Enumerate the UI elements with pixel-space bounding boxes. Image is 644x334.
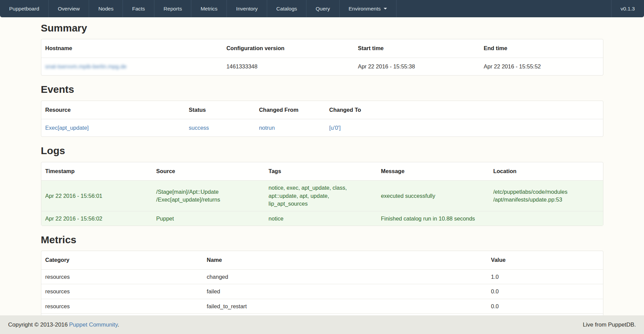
nav-item-inventory[interactable]: Inventory bbox=[227, 0, 267, 17]
copyright-suffix: . bbox=[117, 321, 119, 328]
logs-col-timestamp: Timestamp bbox=[41, 162, 154, 180]
metric-value: 0.0 bbox=[488, 284, 603, 298]
summary-col-endtime: End time bbox=[481, 39, 603, 57]
event-changed-from-link[interactable]: notrun bbox=[259, 125, 275, 131]
events-section: Events Resource Status Changed From Chan… bbox=[41, 84, 603, 137]
metrics-col-category: Category bbox=[41, 251, 204, 269]
event-row: Exec[apt_update] success notrun [u'0'] bbox=[41, 119, 603, 137]
metrics-section: Metrics Category Name Value resources bbox=[41, 234, 603, 320]
metric-name: failed bbox=[204, 284, 488, 298]
logs-col-message: Message bbox=[378, 162, 491, 180]
events-col-changed-from: Changed From bbox=[256, 101, 326, 119]
metric-row: resources failed 0.0 bbox=[41, 284, 603, 298]
puppetboard-report-page: Puppetboard Overview Nodes Facts Reports… bbox=[0, 0, 644, 334]
events-table: Resource Status Changed From Changed To … bbox=[41, 101, 603, 137]
metrics-col-value: Value bbox=[488, 251, 603, 269]
nav-item-catalogs[interactable]: Catalogs bbox=[267, 0, 306, 17]
events-col-status: Status bbox=[186, 101, 256, 119]
nav-item-nodes[interactable]: Nodes bbox=[89, 0, 123, 17]
navbar-brand[interactable]: Puppetboard bbox=[0, 0, 49, 17]
summary-table: Hostname Configuration version Start tim… bbox=[41, 39, 603, 76]
logs-col-location: Location bbox=[491, 162, 603, 180]
metric-category: resources bbox=[41, 299, 204, 313]
metric-value: 0.0 bbox=[488, 299, 603, 313]
configuration-version-value: 1461333348 bbox=[224, 58, 355, 75]
metric-category: resources bbox=[41, 284, 204, 298]
environments-label: Environments bbox=[349, 6, 381, 12]
summary-col-configver: Configuration version bbox=[224, 39, 355, 57]
metric-value: 1.0 bbox=[488, 269, 603, 284]
top-navbar: Puppetboard Overview Nodes Facts Reports… bbox=[0, 0, 644, 17]
metric-category: resources bbox=[41, 269, 204, 284]
event-changed-to-link[interactable]: [u'0'] bbox=[329, 125, 341, 131]
log-message: Finished catalog run in 10.88 seconds bbox=[378, 211, 491, 226]
nav-item-overview[interactable]: Overview bbox=[49, 0, 89, 17]
metric-row: resources changed 1.0 bbox=[41, 269, 603, 284]
metric-name: failed_to_restart bbox=[204, 299, 488, 313]
event-resource-link[interactable]: Exec[apt_update] bbox=[45, 125, 89, 131]
metrics-col-name: Name bbox=[204, 251, 488, 269]
events-title: Events bbox=[41, 84, 603, 95]
events-col-changed-to: Changed To bbox=[326, 101, 603, 119]
summary-row: snat-tservvm.mpib-berlin.mpg.de 14613333… bbox=[41, 58, 603, 75]
event-status-link[interactable]: success bbox=[189, 125, 209, 131]
logs-section: Logs Timestamp Source Tags Message Locat… bbox=[41, 145, 603, 226]
metric-row: resources failed_to_restart 0.0 bbox=[41, 299, 603, 313]
summary-col-hostname: Hostname bbox=[41, 39, 224, 57]
log-tags: notice, exec, apt_update, class, apt::up… bbox=[266, 180, 378, 211]
copyright-text: Copyright © 2013-2016Puppet Community. bbox=[8, 321, 119, 328]
log-location: /etc/puppetlabs/code/modules /apt/manife… bbox=[491, 180, 603, 211]
metrics-title: Metrics bbox=[41, 234, 603, 245]
nav-item-reports[interactable]: Reports bbox=[154, 0, 191, 17]
nav-item-metrics[interactable]: Metrics bbox=[191, 0, 227, 17]
caret-down-icon bbox=[384, 8, 387, 9]
log-timestamp: Apr 22 2016 - 15:56:02 bbox=[41, 211, 154, 226]
copyright-prefix: Copyright © 2013-2016 bbox=[8, 321, 68, 328]
log-row: Apr 22 2016 - 15:56:02 Puppet notice Fin… bbox=[41, 211, 603, 226]
page-footer: Copyright © 2013-2016Puppet Community. L… bbox=[0, 315, 644, 334]
logs-col-source: Source bbox=[153, 162, 266, 180]
start-time-value: Apr 22 2016 - 15:55:38 bbox=[355, 58, 481, 75]
log-row: Apr 22 2016 - 15:56:01 /Stage[main]/Apt:… bbox=[41, 180, 603, 211]
nav-item-query[interactable]: Query bbox=[306, 0, 339, 17]
nav-item-facts[interactable]: Facts bbox=[123, 0, 154, 17]
log-source: /Stage[main]/Apt::Update /Exec[apt_updat… bbox=[153, 180, 266, 211]
events-col-resource: Resource bbox=[41, 101, 186, 119]
app-version-badge: v0.1.3 bbox=[611, 0, 644, 17]
end-time-value: Apr 22 2016 - 15:55:52 bbox=[481, 58, 603, 75]
puppet-community-link[interactable]: Puppet Community bbox=[69, 321, 117, 328]
navbar-spacer bbox=[396, 0, 611, 17]
log-timestamp: Apr 22 2016 - 15:56:01 bbox=[41, 180, 154, 211]
summary-section: Summary Hostname Configuration version S… bbox=[41, 23, 603, 76]
log-location bbox=[491, 211, 603, 226]
logs-title: Logs bbox=[41, 145, 603, 156]
summary-col-starttime: Start time bbox=[355, 39, 481, 57]
metrics-table: Category Name Value resources changed 1.… bbox=[41, 251, 603, 320]
log-source: Puppet bbox=[153, 211, 266, 226]
logs-table: Timestamp Source Tags Message Location A… bbox=[41, 162, 603, 226]
puppetdb-status-text: Live from PuppetDB. bbox=[583, 321, 636, 328]
main-content: Summary Hostname Configuration version S… bbox=[41, 17, 603, 320]
log-tags: notice bbox=[266, 211, 378, 226]
hostname-link[interactable]: snat-tservvm.mpib-berlin.mpg.de bbox=[45, 63, 127, 69]
log-message: executed successfully bbox=[378, 180, 491, 211]
summary-title: Summary bbox=[41, 23, 603, 34]
logs-col-tags: Tags bbox=[266, 162, 378, 180]
nav-dropdown-environments[interactable]: Environments bbox=[340, 0, 397, 17]
metric-name: changed bbox=[204, 269, 488, 284]
